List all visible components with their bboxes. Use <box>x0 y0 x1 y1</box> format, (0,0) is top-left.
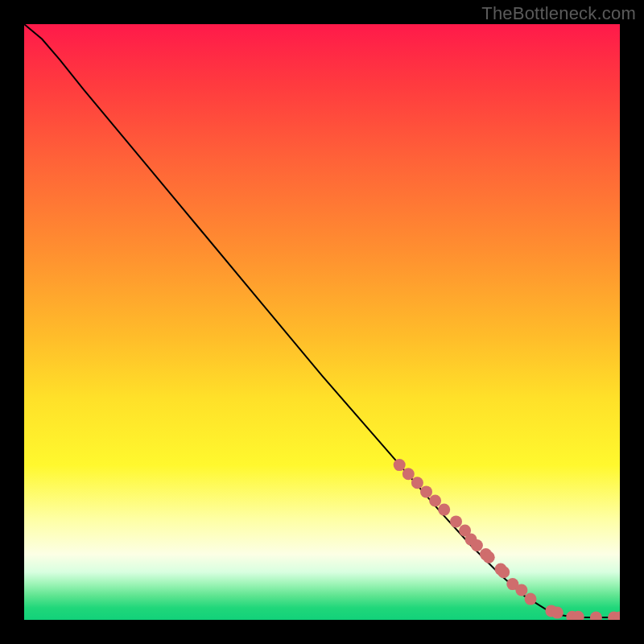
svg-rect-0 <box>24 24 620 620</box>
watermark-text: TheBottleneck.com <box>481 3 636 24</box>
plot-area <box>24 24 620 620</box>
gradient-background <box>24 24 620 620</box>
chart-frame: TheBottleneck.com <box>0 0 644 644</box>
